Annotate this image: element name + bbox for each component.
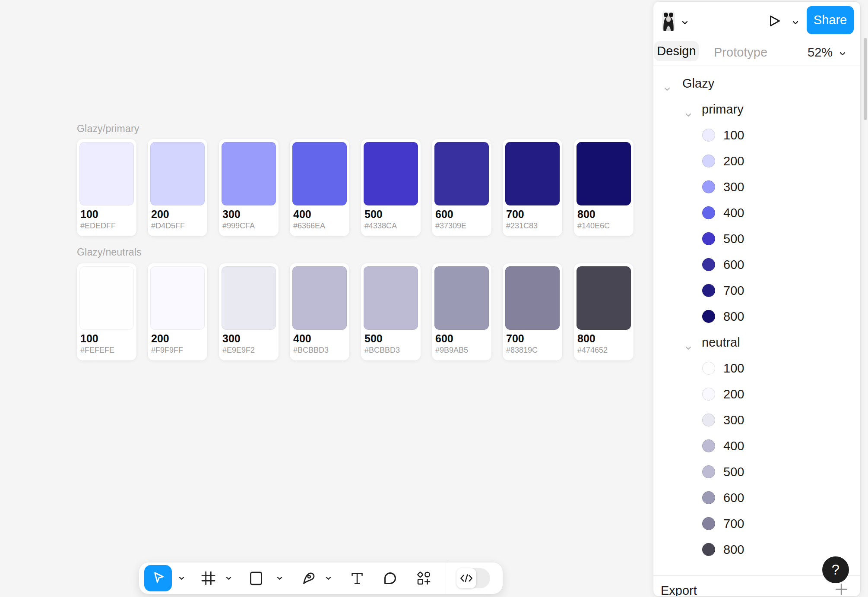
- layer-style-500[interactable]: 500: [653, 226, 860, 252]
- swatch-card-neutral-500[interactable]: 500#BCBBD3: [361, 263, 421, 360]
- pen-tool-dropdown[interactable]: [323, 562, 333, 594]
- layer-style-700[interactable]: 700: [653, 511, 860, 537]
- layer-style-600[interactable]: 600: [653, 252, 860, 278]
- expand-chevron[interactable]: [685, 339, 691, 353]
- swatch-card-neutral-300[interactable]: 300#E9E9F2: [219, 263, 279, 360]
- comment-tool-button[interactable]: [382, 562, 398, 594]
- present-options-chevron[interactable]: [792, 19, 798, 26]
- canvas-group-label: Glazy/primary: [77, 123, 139, 135]
- layer-style-100[interactable]: 100: [653, 122, 860, 148]
- swatch-card-primary-300[interactable]: 300#999CFA: [219, 139, 279, 236]
- chevron-down-icon: [326, 576, 331, 580]
- style-color-dot: [702, 543, 715, 556]
- swatch-hex-label: #140E6C: [577, 221, 610, 231]
- color-swatch: [505, 266, 560, 330]
- play-icon: [769, 14, 781, 28]
- swatch-step-label: 400: [293, 332, 311, 345]
- chevron-down-icon: [839, 52, 846, 56]
- swatch-card-primary-700[interactable]: 700#231C83: [503, 139, 562, 236]
- swatch-card-neutral-600[interactable]: 600#9B9AB5: [432, 263, 491, 360]
- swatch-card-primary-200[interactable]: 200#D4D5FF: [148, 139, 207, 236]
- layer-style-500[interactable]: 500: [653, 459, 860, 485]
- swatch-card-neutral-400[interactable]: 400#BCBBD3: [290, 263, 349, 360]
- swatch-card-neutral-200[interactable]: 200#F9F9FF: [148, 263, 207, 360]
- export-section[interactable]: Export: [653, 582, 860, 596]
- zoom-menu-chevron[interactable]: [839, 50, 846, 57]
- swatch-card-primary-600[interactable]: 600#37309E: [432, 139, 491, 236]
- layer-style-800[interactable]: 800: [653, 303, 860, 329]
- panel-scrollbar[interactable]: [864, 38, 867, 120]
- swatch-hex-label: #EDEDFF: [80, 221, 116, 231]
- color-swatch: [292, 142, 347, 205]
- swatch-step-label: 700: [506, 332, 524, 345]
- tab-design[interactable]: Design: [654, 41, 699, 61]
- rectangle-tool-button[interactable]: [249, 562, 263, 594]
- swatch-step-label: 100: [80, 208, 98, 221]
- style-color-dot: [702, 129, 715, 142]
- color-swatch: [79, 266, 134, 330]
- export-add-button[interactable]: [835, 583, 848, 596]
- help-button[interactable]: ?: [822, 556, 849, 583]
- expand-chevron[interactable]: [685, 106, 691, 120]
- swatch-hex-label: #9B9AB5: [435, 346, 468, 355]
- text-icon: [351, 572, 364, 585]
- layer-style-100[interactable]: 100: [653, 355, 860, 381]
- frame-tool-dropdown[interactable]: [223, 562, 234, 594]
- swatch-hex-label: #474652: [577, 346, 608, 355]
- text-tool-button[interactable]: [349, 562, 365, 594]
- swatch-card-neutral-800[interactable]: 800#474652: [574, 263, 634, 360]
- actions-tool-button[interactable]: [416, 562, 432, 594]
- style-color-dot: [702, 439, 715, 452]
- layer-style-400[interactable]: 400: [653, 433, 860, 459]
- color-swatch: [292, 266, 347, 330]
- tab-prototype[interactable]: Prototype: [714, 45, 767, 60]
- avatar-menu-chevron[interactable]: [682, 19, 688, 26]
- swatch-step-label: 200: [151, 332, 169, 345]
- layer-style-300[interactable]: 300: [653, 407, 860, 433]
- layer-root-glazy[interactable]: Glazy: [653, 70, 860, 96]
- swatch-card-primary-500[interactable]: 500#4338CA: [361, 139, 421, 236]
- swatch-card-primary-800[interactable]: 800#140E6C: [574, 139, 634, 236]
- swatch-card-neutral-100[interactable]: 100#FEFEFE: [77, 263, 136, 360]
- layer-style-600[interactable]: 600: [653, 485, 860, 511]
- present-button[interactable]: [769, 14, 781, 29]
- swatch-card-primary-100[interactable]: 100#EDEDFF: [77, 139, 136, 236]
- swatch-step-label: 700: [506, 208, 524, 221]
- rectangle-tool-dropdown[interactable]: [274, 562, 285, 594]
- toolbar: [139, 562, 503, 594]
- chevron-down-icon: [226, 576, 231, 580]
- figma-window: Glazy/primary100#EDEDFF200#D4D5FF300#999…: [0, 0, 868, 597]
- layer-label: 500: [723, 465, 744, 479]
- layer-label: 500: [723, 232, 744, 246]
- share-button[interactable]: Share: [807, 6, 854, 34]
- layer-group-primary[interactable]: primary: [653, 96, 860, 122]
- style-color-dot: [702, 284, 715, 297]
- swatch-step-label: 300: [222, 208, 241, 221]
- pen-tool-button[interactable]: [301, 562, 317, 594]
- swatch-card-primary-400[interactable]: 400#6366EA: [290, 139, 349, 236]
- tab-prototype-label: Prototype: [714, 45, 767, 59]
- dev-mode-toggle[interactable]: [456, 568, 490, 588]
- layer-style-200[interactable]: 200: [653, 381, 860, 407]
- layer-style-400[interactable]: 400: [653, 200, 860, 226]
- layer-style-700[interactable]: 700: [653, 278, 860, 303]
- avatar[interactable]: [662, 12, 675, 31]
- style-color-dot: [702, 232, 715, 245]
- code-icon: [459, 573, 473, 584]
- color-swatch: [577, 142, 631, 205]
- layer-group-neutral[interactable]: neutral: [653, 329, 860, 355]
- layer-label: primary: [702, 102, 744, 117]
- color-swatch: [364, 266, 418, 330]
- layer-style-200[interactable]: 200: [653, 148, 860, 174]
- expand-chevron[interactable]: [664, 80, 670, 94]
- move-tool-button[interactable]: [144, 565, 172, 591]
- layer-label: 400: [723, 206, 744, 220]
- canvas-group-label: Glazy/neutrals: [77, 246, 142, 258]
- swatch-card-neutral-700[interactable]: 700#83819C: [503, 263, 562, 360]
- frame-tool-button[interactable]: [200, 562, 216, 594]
- layer-style-300[interactable]: 300: [653, 174, 860, 200]
- swatch-step-label: 500: [364, 332, 383, 345]
- dev-mode-knob[interactable]: [456, 568, 476, 588]
- move-tool-dropdown[interactable]: [176, 562, 187, 594]
- zoom-level-control[interactable]: 52%: [808, 45, 833, 60]
